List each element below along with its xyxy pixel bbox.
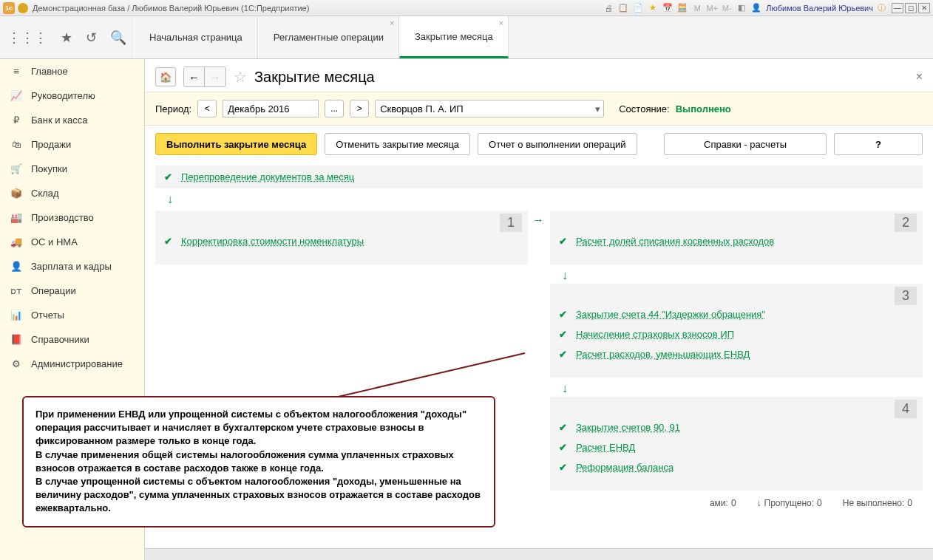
star-icon[interactable]: ★ (648, 3, 658, 13)
period-label: Период: (155, 103, 191, 115)
toolbar-icons: ⋮⋮⋮ ★ ↺ 🔍 (0, 16, 134, 58)
check-icon: ✔ (559, 462, 567, 473)
app-logo-icon: 1c (3, 2, 15, 14)
stage-box: 3 ✔Закрытие счета 44 "Издержки обращения… (550, 284, 923, 378)
m-plus-icon[interactable]: M+ (707, 3, 717, 13)
callout-text: При применении ЕНВД или упрощенной систе… (35, 408, 482, 516)
close-button[interactable]: ✕ (918, 3, 930, 13)
report-icon: 📊 (10, 310, 22, 321)
sidebar-item[interactable]: 🛍Продажи (0, 132, 144, 157)
app-menu-icon[interactable] (18, 3, 28, 13)
check-icon: ✔ (559, 349, 567, 360)
arrow-down-icon: ↓ (550, 380, 923, 397)
cancel-button[interactable]: Отменить закрытие месяца (325, 133, 470, 155)
run-button[interactable]: Выполнить закрытие месяца (155, 133, 317, 155)
help-callout: При применении ЕНВД или упрощенной систе… (22, 396, 495, 527)
sidebar-item[interactable]: 📕Справочники (0, 327, 144, 352)
operation-link[interactable]: Начисление страховых взносов ИП (576, 329, 734, 340)
operation-link[interactable]: Закрытие счетов 90, 91 (576, 422, 680, 433)
period-next-button[interactable]: > (350, 100, 369, 117)
tab-operations[interactable]: Регламентные операции× (258, 16, 399, 58)
close-icon[interactable]: × (499, 19, 503, 27)
sidebar-item[interactable]: ≡Главное (0, 59, 144, 83)
stage-box: → 2 ✔Расчет долей списания косвенных рас… (550, 211, 923, 264)
sidebar-item[interactable]: ⚙Администрирование (0, 352, 144, 376)
check-icon: ✔ (559, 309, 567, 320)
factory-icon: 🏭 (10, 212, 22, 223)
search-icon[interactable]: 🔍 (110, 30, 126, 46)
forward-button[interactable]: → (205, 67, 225, 86)
home-button[interactable]: 🏠 (155, 67, 176, 86)
sidebar-item[interactable]: 👤Зарплата и кадры (0, 254, 144, 279)
cart-icon: 🛒 (10, 163, 22, 174)
page-title: Закрытие месяца (254, 69, 375, 86)
close-icon[interactable]: × (390, 19, 394, 27)
sidebar-item[interactable]: 🛒Покупки (0, 157, 144, 181)
titlebar: 1c Демонстрационная база / Любимов Валер… (0, 0, 933, 16)
arrow-down-icon: ↓ (155, 191, 923, 208)
tool-icon[interactable]: 📋 (618, 3, 628, 13)
state-value: Выполнено (676, 103, 731, 115)
operation-row: ✔ Перепроведение документов за месяц (155, 165, 923, 188)
minimize-button[interactable]: — (892, 3, 903, 13)
sales-icon: 🛍 (10, 139, 22, 150)
panel-icon[interactable]: ◧ (736, 3, 747, 13)
menu-icon: ≡ (10, 66, 22, 77)
stage-number: 1 (500, 214, 522, 232)
favorite-icon[interactable]: ★ (61, 30, 72, 46)
operation-link[interactable]: Закрытие счета 44 "Издержки обращения" (576, 309, 765, 320)
operation-link[interactable]: Расчет расходов, уменьшающих ЕНВД (576, 349, 750, 360)
sidebar-item[interactable]: ᴅᴛОперации (0, 279, 144, 303)
sidebar-item[interactable]: 📈Руководителю (0, 83, 144, 108)
check-icon: ✔ (559, 236, 567, 247)
person-icon: 👤 (10, 261, 22, 272)
maximize-button[interactable]: ◻ (905, 3, 917, 13)
period-prev-button[interactable]: < (197, 100, 217, 117)
tab-month-close[interactable]: Закрытие месяца× (399, 16, 509, 58)
action-bar: Выполнить закрытие месяца Отменить закры… (145, 126, 933, 163)
column-right: → 2 ✔Расчет долей списания косвенных рас… (550, 211, 923, 494)
chart-icon: 📈 (10, 90, 22, 101)
operation-link[interactable]: Расчет ЕНВД (576, 442, 635, 453)
org-select[interactable]: Скворцов П. А. ИП▾ (375, 100, 604, 117)
sidebar-item[interactable]: 🏭Производство (0, 205, 144, 230)
apps-icon[interactable]: ⋮⋮⋮ (7, 30, 47, 46)
m-minus-icon[interactable]: M- (722, 3, 732, 13)
calendar-icon[interactable]: 📅 (662, 3, 673, 13)
close-page-button[interactable]: × (916, 70, 923, 83)
favorite-toggle[interactable]: ☆ (234, 68, 247, 86)
history-icon[interactable]: ↺ (86, 30, 97, 46)
current-user[interactable]: Любимов Валерий Юрьевич (766, 4, 873, 13)
arrow-down-icon: ↓ (550, 267, 923, 284)
top-tabs-row: ⋮⋮⋮ ★ ↺ 🔍 Начальная страница Регламентны… (0, 16, 933, 59)
back-button[interactable]: ← (184, 67, 205, 86)
info-icon[interactable]: ⓘ (878, 2, 886, 13)
horizontal-scrollbar[interactable] (145, 548, 933, 560)
tab-home[interactable]: Начальная страница (134, 16, 258, 58)
operation-link[interactable]: Корректировка стоимости номенклатуры (181, 236, 364, 247)
tool-icon[interactable]: 📄 (633, 3, 643, 13)
sidebar-item[interactable]: 📊Отчеты (0, 303, 144, 327)
state-label: Состояние: (619, 103, 669, 115)
tool-icon[interactable]: 🖨 (603, 3, 614, 13)
gear-icon: ⚙ (10, 358, 22, 369)
sidebar-item[interactable]: 🚚ОС и НМА (0, 230, 144, 254)
truck-icon: 🚚 (10, 236, 22, 247)
operation-link[interactable]: Реформация баланса (576, 462, 674, 473)
m-icon[interactable]: M (692, 3, 702, 13)
ops-icon: ᴅᴛ (10, 285, 22, 296)
refs-button[interactable]: Справки - расчеты (664, 133, 827, 155)
period-input[interactable]: Декабрь 2016 (223, 100, 319, 117)
nav-buttons: ← → (183, 66, 226, 87)
stage-number: 2 (895, 214, 917, 232)
check-icon: ✔ (164, 171, 172, 182)
report-button[interactable]: Отчет о выполнении операций (478, 133, 637, 155)
stage-box: 1 ✔Корректировка стоимости номенклатуры (155, 211, 528, 264)
calc-icon[interactable]: 🧮 (677, 3, 688, 13)
operation-link[interactable]: Перепроведение документов за месяц (181, 171, 354, 182)
sidebar-item[interactable]: 📦Склад (0, 181, 144, 205)
help-button[interactable]: ? (834, 133, 923, 155)
operation-link[interactable]: Расчет долей списания косвенных расходов (576, 236, 774, 247)
period-pick-button[interactable]: ... (325, 100, 344, 117)
sidebar-item[interactable]: ₽Банк и касса (0, 108, 144, 132)
